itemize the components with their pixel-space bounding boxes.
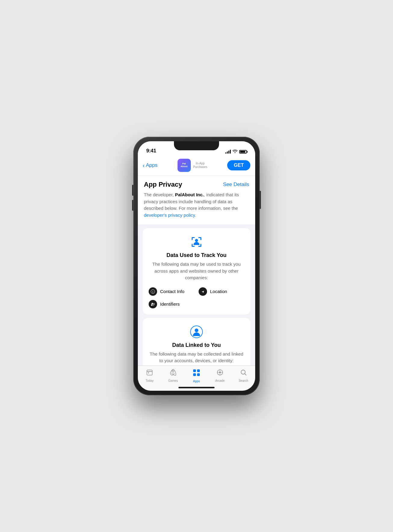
tab-today-label: Today [146,379,154,382]
svg-rect-5 [192,244,193,247]
svg-point-8 [195,239,198,242]
tab-search[interactable]: Search [232,369,255,382]
home-indicator [178,387,215,388]
card-linked-you: Data Linked to You The following data ma… [143,318,250,366]
tab-search-label: Search [239,379,248,382]
apps-icon [193,369,200,378]
svg-rect-13 [153,303,155,304]
tab-arcade-label: Arcade [215,379,225,382]
games-icon [169,369,177,378]
linked-card-title: Data Linked to You [149,342,244,348]
track-contact-label: Contact Info [160,289,184,294]
tab-today[interactable]: Today [138,369,161,382]
linked-icon [149,325,244,338]
track-card-desc: The following data may be used to track … [149,261,244,281]
privacy-policy-link[interactable]: developer's privacy policy [144,212,195,218]
status-time: 9:41 [146,148,156,154]
track-icon [149,235,244,249]
signal-icon [225,150,231,154]
track-identifiers-label: Identifiers [160,301,180,307]
location-icon [199,287,207,296]
volume-down-button[interactable] [132,200,133,211]
privacy-title: App Privacy [144,181,182,188]
arcade-icon [216,369,224,378]
svg-rect-33 [147,371,152,372]
svg-rect-14 [153,304,155,305]
see-details-link[interactable]: See Details [223,182,249,188]
track-item-identifiers: Identifiers [149,300,194,308]
contact-info-icon: i [149,287,157,296]
track-data-items: i Contact Info Location [149,286,244,308]
track-item-contact: i Contact Info [149,287,194,296]
svg-rect-1 [192,237,193,240]
track-location-label: Location [210,289,227,294]
notch [174,141,219,150]
phone-device: 9:41 [133,137,260,395]
power-button[interactable] [260,191,261,209]
svg-point-35 [172,370,174,372]
svg-rect-36 [193,369,196,372]
app-icon-text: PalAbout [181,163,187,168]
svg-point-11 [152,303,153,304]
linked-card-desc: The following data may be collected and … [149,351,244,364]
get-button[interactable]: GET [227,160,250,170]
svg-point-41 [219,371,221,373]
privacy-title-row: App Privacy See Details [144,181,249,188]
in-app-purchases-label: In-AppPurchases [193,162,207,169]
tab-games-label: Games [168,379,178,382]
navigation-header: ‹ Apps PalAbout In-AppPurchases GET [138,156,255,176]
wifi-icon [233,149,237,154]
volume-up-button[interactable] [132,185,133,196]
status-icons [225,149,247,154]
app-icon: PalAbout [178,159,191,172]
svg-rect-34 [148,372,149,373]
back-label: Apps [146,162,158,168]
back-chevron-icon: ‹ [143,162,145,169]
back-button[interactable]: ‹ Apps [143,162,157,169]
tab-games[interactable]: Games [161,369,185,382]
card-track-you: Data Used to Track You The following dat… [143,228,250,314]
tab-arcade[interactable]: Arcade [208,369,232,382]
header-center: PalAbout In-AppPurchases [178,159,207,172]
track-card-title: Data Used to Track You [149,252,244,258]
svg-rect-32 [147,370,152,375]
svg-rect-12 [151,304,153,306]
today-icon [146,369,153,378]
search-icon [240,369,247,378]
svg-point-17 [195,329,198,332]
phone-screen: 9:41 [138,141,255,391]
svg-rect-3 [200,237,201,240]
battery-icon [239,150,247,154]
svg-rect-38 [193,373,196,376]
track-item-location: Location [199,287,244,296]
svg-rect-39 [197,373,200,376]
content-area[interactable]: App Privacy See Details The developer, P… [138,176,255,365]
privacy-description: The developer, PalAbout Inc., indicated … [144,191,249,219]
tab-apps-label: Apps [193,380,200,383]
svg-rect-37 [197,369,200,372]
identifiers-icon [149,300,157,308]
tab-apps[interactable]: Apps [185,369,208,383]
privacy-header-section: App Privacy See Details The developer, P… [138,176,255,225]
svg-rect-7 [200,244,201,247]
svg-text:i: i [153,290,153,293]
svg-rect-15 [153,305,154,306]
